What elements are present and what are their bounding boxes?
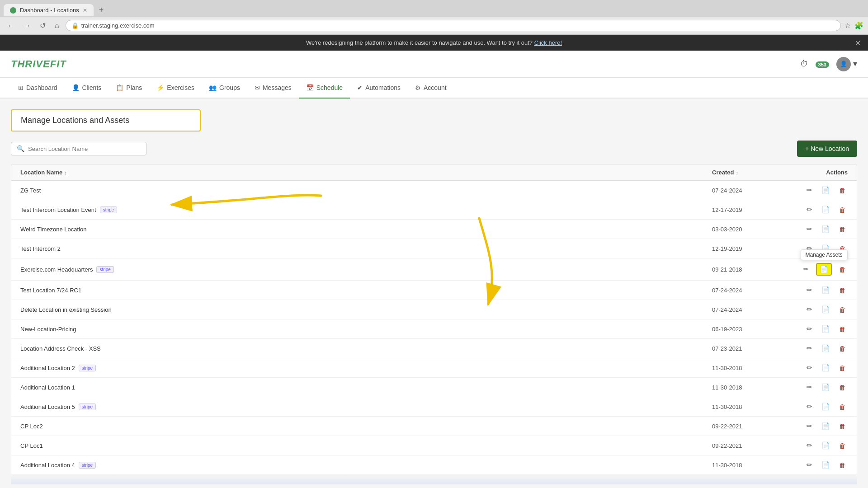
- delete-button[interactable]: 🗑: [837, 441, 848, 450]
- search-box: 🔍: [11, 142, 146, 155]
- browser-actions: ☆ 🧩: [844, 21, 863, 30]
- announcement-close-button[interactable]: ✕: [855, 38, 861, 47]
- home-button[interactable]: ⌂: [52, 20, 62, 32]
- location-name-cell: Test Intercom Location Event stripe: [20, 206, 712, 213]
- edit-button[interactable]: ✏: [805, 460, 814, 470]
- manage-assets-button[interactable]: 📄: [820, 185, 832, 195]
- edit-button[interactable]: ✏: [801, 264, 811, 274]
- sort-created-icon[interactable]: ↕: [736, 170, 738, 175]
- manage-assets-button[interactable]: 📄: [820, 305, 832, 314]
- manage-assets-button[interactable]: 📄: [820, 441, 832, 450]
- nav-item-automations[interactable]: ✔ Automations: [350, 78, 408, 99]
- manage-assets-button[interactable]: 📄: [820, 324, 832, 334]
- date-cell: 11-30-2018: [712, 365, 793, 371]
- timer-button[interactable]: ⏱: [800, 59, 808, 69]
- forward-button[interactable]: →: [21, 20, 33, 32]
- nav-item-dashboard[interactable]: ⊞ Dashboard: [11, 78, 65, 99]
- delete-button[interactable]: 🗑: [837, 383, 848, 392]
- nav-item-messages[interactable]: ✉ Messages: [247, 78, 299, 99]
- delete-button[interactable]: 🗑: [837, 363, 848, 373]
- nav-label-messages: Messages: [263, 84, 292, 91]
- edit-button[interactable]: ✏: [805, 185, 814, 195]
- edit-button[interactable]: ✏: [805, 324, 814, 334]
- nav-item-clients[interactable]: 👤 Clients: [65, 78, 109, 99]
- stripe-badge: stripe: [100, 206, 117, 213]
- delete-button[interactable]: 🗑: [837, 186, 848, 195]
- manage-assets-button[interactable]: 📄: [820, 421, 832, 431]
- manage-assets-button[interactable]: 📄: [820, 224, 832, 234]
- nav-label-exercises: Exercises: [167, 84, 194, 91]
- nav-item-exercises[interactable]: ⚡ Exercises: [149, 78, 202, 99]
- table-row: Test Location 7/24 RC1 07-24-2024 ✏ 📄 🗑: [11, 281, 857, 300]
- bookmark-button[interactable]: ☆: [844, 21, 851, 30]
- nav-item-plans[interactable]: 📋 Plans: [108, 78, 149, 99]
- location-name-text: Exercise.com Headquarters: [20, 266, 93, 273]
- delete-button[interactable]: 🗑: [837, 286, 848, 295]
- user-menu-button[interactable]: 👤 ▾: [836, 57, 857, 71]
- nav-item-account[interactable]: ⚙ Account: [408, 78, 454, 99]
- reload-button[interactable]: ↺: [37, 19, 48, 32]
- manage-assets-button[interactable]: 📄: [820, 205, 832, 215]
- actions-cell: ✏ 📄 🗑: [793, 441, 848, 450]
- location-name-cell: Additional Location 1: [20, 384, 712, 391]
- edit-button[interactable]: ✏: [805, 343, 814, 353]
- edit-button[interactable]: ✏: [805, 305, 814, 314]
- logo-text: THRIVEFIT: [11, 58, 66, 70]
- location-name-cell: Test Location 7/24 RC1: [20, 287, 712, 294]
- table-row: Additional Location 5 stripe 11-30-2018 …: [11, 397, 857, 417]
- manage-assets-button[interactable]: 📄: [820, 382, 832, 392]
- table-row: Delete Location in existing Session 07-2…: [11, 300, 857, 319]
- location-name-cell: Exercise.com Headquarters stripe: [20, 266, 712, 273]
- new-location-button[interactable]: + New Location: [797, 141, 857, 157]
- manage-assets-button[interactable]: 📄: [820, 402, 832, 412]
- manage-assets-button[interactable]: 📄: [820, 343, 832, 353]
- edit-button[interactable]: ✏: [805, 363, 814, 373]
- edit-button[interactable]: ✏: [805, 441, 814, 450]
- edit-button[interactable]: ✏: [805, 224, 814, 234]
- actions-cell: ✏ 📄 🗑: [793, 363, 848, 373]
- manage-assets-wrapper: Manage Assets 📄: [816, 263, 832, 276]
- back-button[interactable]: ←: [5, 20, 17, 32]
- delete-button[interactable]: 🗑: [837, 402, 848, 412]
- delete-button[interactable]: 🗑: [837, 225, 848, 234]
- delete-button[interactable]: 🗑: [837, 265, 848, 274]
- actions-cell: ✏ 📄 🗑: [793, 343, 848, 353]
- location-name-cell: Weird Timezone Location: [20, 226, 712, 233]
- delete-button[interactable]: 🗑: [837, 344, 848, 353]
- delete-button[interactable]: 🗑: [837, 422, 848, 431]
- delete-button[interactable]: 🗑: [837, 460, 848, 470]
- delete-button[interactable]: 🗑: [837, 305, 848, 314]
- search-input[interactable]: [28, 145, 141, 152]
- location-name-text: Test Location 7/24 RC1: [20, 287, 81, 294]
- sort-name-icon[interactable]: ↕: [64, 170, 67, 175]
- date-cell: 07-23-2021: [712, 345, 793, 352]
- location-name-text: Additional Location 4: [20, 462, 75, 469]
- location-name-cell: New-Location-Pricing: [20, 326, 712, 333]
- date-cell: 12-19-2019: [712, 245, 793, 252]
- active-tab[interactable]: Dashboard - Locations ✕: [4, 4, 94, 16]
- manage-assets-button[interactable]: 📄: [820, 363, 832, 373]
- edit-button[interactable]: ✏: [805, 402, 814, 412]
- address-bar[interactable]: 🔒 trainer.staging.exercise.com: [66, 20, 841, 31]
- date-cell: 12-17-2019: [712, 206, 793, 213]
- nav-item-groups[interactable]: 👥 Groups: [202, 78, 247, 99]
- new-tab-button[interactable]: +: [95, 4, 108, 17]
- tab-close-button[interactable]: ✕: [83, 7, 87, 14]
- nav-item-schedule[interactable]: 📅 Schedule: [299, 78, 350, 99]
- edit-button[interactable]: ✏: [805, 205, 814, 215]
- edit-button[interactable]: ✏: [805, 285, 814, 295]
- location-name-text: CP Loc2: [20, 423, 43, 430]
- extensions-button[interactable]: 🧩: [854, 21, 863, 30]
- manage-assets-button[interactable]: 📄: [820, 460, 832, 470]
- manage-assets-button[interactable]: 📄: [820, 285, 832, 295]
- notifications-button[interactable]: 353: [816, 59, 829, 69]
- edit-button[interactable]: ✏: [805, 382, 814, 392]
- nav-label-schedule: Schedule: [316, 84, 343, 91]
- header-right: ⏱ 353 👤 ▾: [800, 57, 857, 71]
- messages-icon: ✉: [255, 84, 260, 91]
- delete-button[interactable]: 🗑: [837, 324, 848, 334]
- delete-button[interactable]: 🗑: [837, 205, 848, 215]
- announcement-link[interactable]: Click here!: [534, 39, 562, 46]
- edit-button[interactable]: ✏: [805, 421, 814, 431]
- manage-assets-button-highlighted[interactable]: 📄: [816, 263, 832, 276]
